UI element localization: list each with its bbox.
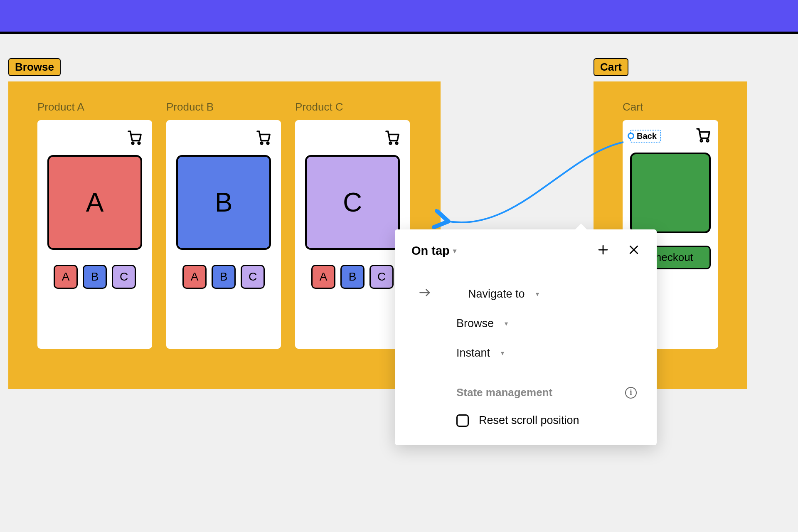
- frame-product-c[interactable]: Product C C A B C: [295, 101, 410, 349]
- svg-point-2: [261, 142, 263, 144]
- frame-title: Product C: [295, 101, 410, 113]
- panel-caret: [574, 224, 588, 230]
- svg-point-0: [132, 142, 134, 144]
- add-interaction-button[interactable]: [597, 244, 609, 258]
- connection-handle[interactable]: [628, 133, 634, 139]
- svg-point-7: [707, 140, 709, 142]
- svg-point-6: [700, 140, 702, 142]
- product-hero: A: [47, 155, 142, 250]
- svg-point-5: [396, 142, 398, 144]
- hero-letter: C: [343, 187, 362, 218]
- state-management-label: State management: [456, 386, 552, 399]
- variant-chip-c[interactable]: C: [369, 265, 394, 289]
- variant-chip-a[interactable]: A: [182, 265, 207, 289]
- hero-letter: A: [86, 187, 104, 218]
- trigger-dropdown[interactable]: On tap ▾: [411, 244, 456, 258]
- svg-point-4: [389, 142, 392, 144]
- svg-point-1: [138, 142, 140, 144]
- flow-badge-browse[interactable]: Browse: [8, 58, 61, 76]
- flow-badge-label: Cart: [600, 61, 622, 73]
- flow-badge-cart[interactable]: Cart: [594, 58, 628, 76]
- frame-product-b[interactable]: Product B B A B C: [166, 101, 281, 349]
- chevron-down-icon: ▾: [505, 320, 508, 328]
- action-dropdown[interactable]: Navigate to ▾: [411, 279, 640, 309]
- flow-badge-label: Browse: [15, 61, 54, 73]
- arrow-right-icon: [419, 288, 431, 300]
- variant-chip-b[interactable]: B: [212, 265, 236, 289]
- product-hero: C: [305, 155, 400, 250]
- chevron-down-icon: ▾: [501, 349, 504, 357]
- hero-letter: B: [215, 187, 233, 218]
- cart-icon[interactable]: [696, 128, 711, 144]
- trigger-label: On tap: [411, 244, 450, 258]
- info-icon[interactable]: i: [625, 387, 637, 399]
- svg-point-3: [267, 142, 269, 144]
- variant-chip-b[interactable]: B: [340, 265, 365, 289]
- target-dropdown[interactable]: Browse ▾: [411, 309, 640, 338]
- checkbox-icon[interactable]: [456, 414, 469, 427]
- app-topbar: [0, 0, 798, 32]
- variant-chip-c[interactable]: C: [241, 265, 265, 289]
- transition-label: Instant: [456, 347, 490, 360]
- chevron-down-icon: ▾: [453, 247, 456, 255]
- variant-chip-a[interactable]: A: [54, 265, 78, 289]
- product-hero: B: [176, 155, 271, 250]
- cart-icon[interactable]: [127, 130, 142, 147]
- variant-chip-a[interactable]: A: [311, 265, 335, 289]
- target-label: Browse: [456, 317, 494, 330]
- reset-scroll-checkbox[interactable]: Reset scroll position: [411, 409, 640, 427]
- cart-icon[interactable]: [385, 130, 400, 147]
- back-button-label: Back: [637, 131, 657, 141]
- chevron-down-icon: ▾: [536, 290, 539, 298]
- cart-hero: [630, 153, 711, 233]
- frame-title: Product B: [166, 101, 281, 113]
- flow-browse[interactable]: Product A A A B C: [8, 81, 441, 389]
- checkbox-label: Reset scroll position: [479, 414, 579, 427]
- transition-dropdown[interactable]: Instant ▾: [411, 338, 640, 368]
- back-button[interactable]: Back: [630, 130, 661, 143]
- canvas[interactable]: Browse Cart Product A A: [0, 34, 798, 532]
- interactions-panel[interactable]: On tap ▾ Navigate to ▾ Browse ▾: [395, 229, 657, 445]
- frame-title: Cart: [623, 101, 718, 113]
- close-panel-button[interactable]: [628, 244, 640, 258]
- variant-chip-b[interactable]: B: [83, 265, 107, 289]
- cart-icon[interactable]: [256, 130, 271, 147]
- variant-chip-c[interactable]: C: [112, 265, 136, 289]
- frame-title: Product A: [37, 101, 152, 113]
- action-label: Navigate to: [468, 288, 525, 300]
- frame-product-a[interactable]: Product A A A B C: [37, 101, 152, 349]
